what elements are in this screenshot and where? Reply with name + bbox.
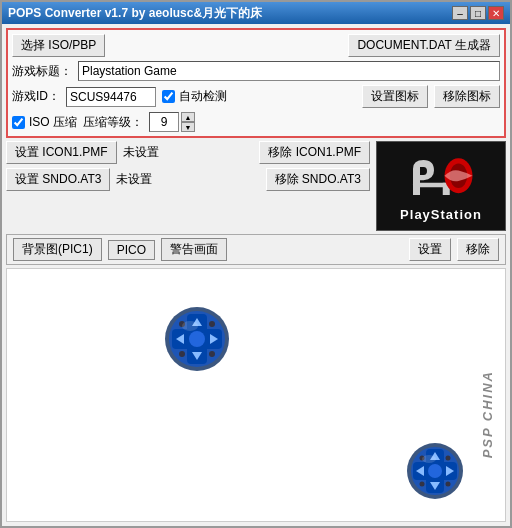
compress-row: ISO 压缩 压缩等级： ▲ ▼ [12,112,500,132]
ps-logo-icon [406,150,476,205]
svg-point-30 [422,455,436,463]
pico-button[interactable]: PICO [108,240,155,260]
iso-compress-label: ISO 压缩 [29,114,77,131]
svg-point-13 [209,321,215,327]
bg-set-button[interactable]: 设置 [409,238,451,261]
select-iso-button[interactable]: 选择 ISO/PBP [12,34,105,57]
title-bar: POPS Converter v1.7 by aeolusc&月光下的床 – □… [2,2,510,24]
svg-point-14 [179,351,185,357]
compress-level-input[interactable] [149,112,179,132]
ps-logo-text: PlayStation [400,207,482,222]
compress-level-label: 压缩等级： [83,114,143,131]
icon-section: 设置 ICON1.PMF 未设置 移除 ICON1.PMF 设置 SNDO.AT… [6,141,506,231]
svg-point-15 [209,351,215,357]
spinner-buttons: ▲ ▼ [181,112,195,132]
top-section: 选择 ISO/PBP DOCUMENT.DAT 生成器 游戏标题： 游戏ID： … [6,28,506,138]
icon-buttons: 设置 ICON1.PMF 未设置 移除 ICON1.PMF 设置 SNDO.AT… [6,141,370,191]
auto-detect-label: 自动检测 [179,88,227,105]
close-button[interactable]: ✕ [488,6,504,20]
bg-pic1-button[interactable]: 背景图(PIC1) [13,238,102,261]
main-window: POPS Converter v1.7 by aeolusc&月光下的床 – □… [0,0,512,528]
set-icon-button[interactable]: 设置图标 [362,85,428,108]
icon1-row: 设置 ICON1.PMF 未设置 移除 ICON1.PMF [6,141,370,164]
auto-detect-row: 自动检测 [162,88,227,105]
svg-point-16 [182,321,198,331]
svg-point-7 [189,331,205,347]
remove-icon1-button[interactable]: 移除 ICON1.PMF [259,141,370,164]
warning-button[interactable]: 警告画面 [161,238,227,261]
dpad-2-icon [405,441,465,501]
svg-point-28 [420,482,425,487]
iso-compress-row: ISO 压缩 [12,114,77,131]
doc-gen-button[interactable]: DOCUMENT.DAT 生成器 [348,34,500,57]
ps-logo-box: PlayStation [376,141,506,231]
remove-icon-button[interactable]: 移除图标 [434,85,500,108]
sndo-status: 未设置 [116,171,152,188]
select-row: 选择 ISO/PBP DOCUMENT.DAT 生成器 [12,34,500,57]
sndo-row: 设置 SNDO.AT3 未设置 移除 SNDO.AT3 [6,168,370,191]
game-title-input[interactable] [78,61,500,81]
remove-sndo-button[interactable]: 移除 SNDO.AT3 [266,168,370,191]
game-id-row: 游戏ID： 自动检测 设置图标 移除图标 [12,85,500,108]
spin-up-button[interactable]: ▲ [181,112,195,122]
bg-remove-button[interactable]: 移除 [457,238,499,261]
minimize-button[interactable]: – [452,6,468,20]
auto-detect-checkbox[interactable] [162,90,175,103]
set-icon1-button[interactable]: 设置 ICON1.PMF [6,141,117,164]
dpad-1-icon [162,304,232,374]
maximize-button[interactable]: □ [470,6,486,20]
watermark-text: PSP CHINA [480,370,495,458]
spin-down-button[interactable]: ▼ [181,122,195,132]
svg-point-29 [446,482,451,487]
window-controls: – □ ✕ [452,6,504,20]
game-id-label: 游戏ID： [12,88,60,105]
iso-compress-checkbox[interactable] [12,116,25,129]
icon1-status: 未设置 [123,144,159,161]
svg-point-27 [446,456,451,461]
game-title-row: 游戏标题： [12,61,500,81]
main-content: 选择 ISO/PBP DOCUMENT.DAT 生成器 游戏标题： 游戏ID： … [2,24,510,526]
compress-level-spinner: ▲ ▼ [149,112,195,132]
game-id-input[interactable] [66,87,156,107]
bg-section: 背景图(PIC1) PICO 警告画面 设置 移除 [6,234,506,265]
window-title: POPS Converter v1.7 by aeolusc&月光下的床 [8,5,262,22]
svg-point-21 [428,464,442,478]
canvas-area: PSP CHINA [6,268,506,522]
set-sndo-button[interactable]: 设置 SNDO.AT3 [6,168,110,191]
game-title-label: 游戏标题： [12,63,72,80]
